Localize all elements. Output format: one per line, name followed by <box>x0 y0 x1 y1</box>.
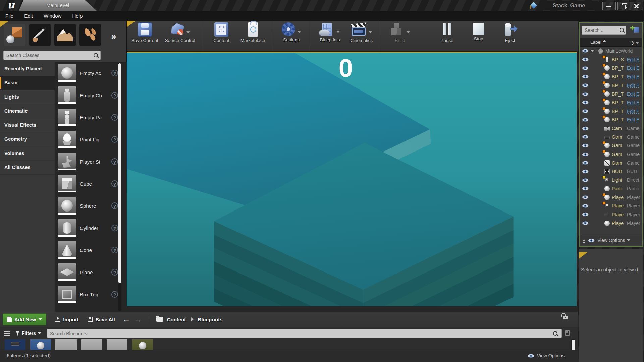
import-button[interactable]: Import <box>55 317 79 322</box>
visibility-eye-icon[interactable] <box>582 57 589 62</box>
label-column-header[interactable]: Label <box>590 40 601 45</box>
visibility-eye-icon[interactable] <box>582 195 589 199</box>
toolbar-button[interactable]: Build <box>381 21 416 51</box>
list-stats-icon[interactable] <box>583 238 585 243</box>
lock-icon[interactable] <box>563 316 568 319</box>
category-item[interactable]: Volumes <box>0 146 55 161</box>
category-item[interactable]: Visual Effects <box>0 118 55 132</box>
visibility-eye-icon[interactable] <box>582 161 589 165</box>
category-item[interactable]: All Classes <box>0 161 55 175</box>
add-actor-icon[interactable] <box>630 26 639 34</box>
outliner-row[interactable]: BP_S Edit E <box>580 55 642 64</box>
visibility-eye-icon[interactable] <box>582 92 589 96</box>
placeable-item[interactable]: Cube ? <box>55 173 127 195</box>
outliner-row[interactable]: Playe Player <box>580 219 642 228</box>
placeable-item[interactable]: Cylinder ? <box>55 217 127 239</box>
category-item[interactable]: Lights <box>0 90 55 104</box>
forward-button[interactable]: → <box>134 316 142 323</box>
toolbar-button[interactable]: Pause <box>431 21 463 51</box>
chevron-down-icon[interactable] <box>298 31 301 33</box>
category-item[interactable]: Geometry <box>0 132 55 146</box>
help-icon[interactable]: ? <box>111 225 118 231</box>
visibility-eye-icon[interactable] <box>582 178 589 182</box>
chevron-down-icon[interactable] <box>636 42 639 44</box>
game-viewport[interactable]: 0 <box>127 53 577 306</box>
back-button[interactable]: ← <box>122 316 130 323</box>
visibility-eye-icon[interactable] <box>582 186 589 191</box>
outliner-row[interactable]: Gam Game <box>580 133 642 141</box>
category-item[interactable]: Cinematic <box>0 104 55 118</box>
mode-tab[interactable] <box>4 24 25 46</box>
visibility-eye-icon[interactable] <box>582 109 589 113</box>
outliner-row[interactable]: BP_T Edit E <box>580 98 642 107</box>
placeable-item[interactable]: Empty Pa ? <box>55 106 127 128</box>
outliner-row[interactable]: Gam Game <box>580 141 642 150</box>
restore-button[interactable] <box>617 2 631 10</box>
visibility-eye-icon[interactable] <box>582 66 589 70</box>
outliner-row[interactable]: Light Direct <box>580 176 642 184</box>
sources-panel-toggle-icon[interactable] <box>4 331 10 336</box>
placeable-item[interactable]: Point Lig ? <box>55 128 127 150</box>
help-icon[interactable]: ? <box>111 269 118 276</box>
placeable-item[interactable]: Cone ? <box>55 239 127 261</box>
outliner-row[interactable]: BP_T Edit E <box>580 107 642 116</box>
toolbar-button[interactable]: Save Current <box>128 21 162 51</box>
outliner-row[interactable]: BP_T Edit E <box>580 116 642 124</box>
help-icon[interactable]: ? <box>111 291 118 298</box>
toolbar-button[interactable]: Settings <box>272 21 307 51</box>
mode-tab[interactable] <box>29 24 51 46</box>
visibility-eye-icon[interactable] <box>582 100 589 105</box>
expand-toolbar-icon[interactable]: » <box>111 31 116 42</box>
mode-tab[interactable] <box>79 24 101 46</box>
outliner-row[interactable]: Playe Player <box>580 193 642 202</box>
visibility-eye-icon[interactable] <box>582 169 589 174</box>
chevron-down-icon[interactable] <box>627 239 630 241</box>
chevron-down-icon[interactable] <box>336 31 340 33</box>
visibility-eye-icon[interactable] <box>582 221 589 225</box>
type-column-header[interactable]: Ty <box>630 40 634 45</box>
chevron-down-icon[interactable] <box>369 31 372 33</box>
visibility-eye-icon[interactable] <box>582 152 589 157</box>
placeable-item[interactable]: Empty Ch ? <box>55 84 127 106</box>
placeable-item[interactable]: Box Trig ? <box>55 283 127 305</box>
chevron-down-icon[interactable] <box>38 332 41 334</box>
toolbar-button[interactable]: Blueprints <box>311 21 346 51</box>
breadcrumb-content[interactable]: Content <box>167 317 186 322</box>
menu-item[interactable]: Edit <box>19 11 38 21</box>
help-icon[interactable]: ? <box>111 92 118 99</box>
menu-item[interactable]: File <box>0 11 19 21</box>
asset-thumbnail[interactable] <box>56 339 76 350</box>
asset-thumbnail[interactable] <box>5 339 25 350</box>
asset-thumbnail[interactable] <box>132 339 153 350</box>
outliner-row[interactable]: Playe Player <box>580 201 642 210</box>
placeable-item[interactable]: Empty Ac ? <box>55 62 127 84</box>
visibility-eye-icon[interactable] <box>582 83 589 87</box>
placeable-item[interactable]: Sphere ? <box>55 195 127 217</box>
breadcrumb-blueprints[interactable]: Blueprints <box>198 317 222 322</box>
view-options-button[interactable]: View Options <box>526 353 565 358</box>
outliner-row[interactable]: Parti Partic <box>580 184 642 193</box>
asset-thumbnail[interactable] <box>81 339 102 350</box>
help-icon[interactable]: ? <box>111 180 118 187</box>
category-item[interactable]: Recently Placed <box>0 62 55 76</box>
toolbar-button[interactable]: Stop <box>463 21 494 51</box>
outliner-row[interactable]: Gam Game <box>580 159 642 167</box>
visibility-eye-icon[interactable] <box>582 74 589 79</box>
mode-tab[interactable] <box>54 24 76 46</box>
minimize-button[interactable] <box>602 2 616 10</box>
menu-item[interactable]: Help <box>67 11 88 21</box>
help-icon[interactable]: ? <box>111 114 118 121</box>
help-icon[interactable]: ? <box>111 202 118 209</box>
category-item[interactable]: Basic <box>0 76 55 90</box>
toolbar-button[interactable]: Cinematics <box>346 21 377 51</box>
toolbar-button[interactable]: Eject <box>494 21 526 51</box>
help-icon[interactable]: ? <box>111 158 118 165</box>
outliner-row[interactable]: Gam Game <box>580 150 642 159</box>
visibility-eye-icon[interactable] <box>582 49 589 53</box>
save-search-icon[interactable] <box>565 330 570 336</box>
outliner-row[interactable]: HUD HUD <box>580 167 642 176</box>
outliner-row[interactable]: BP_T Edit E <box>580 81 642 90</box>
asset-thumbnail[interactable] <box>107 339 127 350</box>
visibility-eye-icon[interactable] <box>582 204 589 208</box>
visibility-eye-icon[interactable] <box>582 118 589 122</box>
